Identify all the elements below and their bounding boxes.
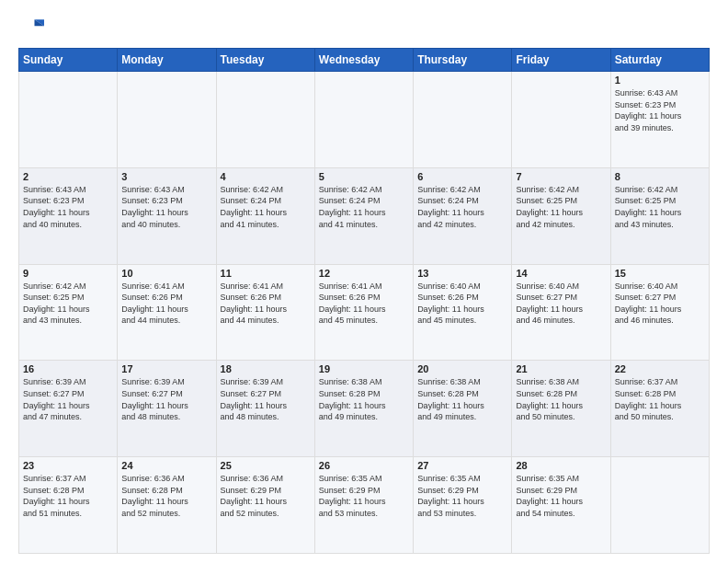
- day-info: Sunrise: 6:38 AM Sunset: 6:28 PM Dayligh…: [417, 376, 507, 422]
- calendar-week-row: 1Sunrise: 6:43 AM Sunset: 6:23 PM Daylig…: [19, 72, 710, 168]
- calendar-week-row: 23Sunrise: 6:37 AM Sunset: 6:28 PM Dayli…: [19, 457, 710, 554]
- day-number: 7: [516, 171, 606, 182]
- calendar-week-row: 2Sunrise: 6:43 AM Sunset: 6:23 PM Daylig…: [19, 167, 710, 264]
- day-number: 3: [121, 171, 211, 182]
- calendar-cell: [118, 72, 216, 168]
- day-number: 16: [23, 363, 113, 374]
- day-info: Sunrise: 6:43 AM Sunset: 6:23 PM Dayligh…: [23, 184, 113, 230]
- day-number: 23: [23, 460, 113, 471]
- calendar-cell: 15Sunrise: 6:40 AM Sunset: 6:27 PM Dayli…: [610, 264, 709, 361]
- calendar-cell: 8Sunrise: 6:42 AM Sunset: 6:25 PM Daylig…: [610, 167, 709, 264]
- calendar-cell: 22Sunrise: 6:37 AM Sunset: 6:28 PM Dayli…: [610, 361, 709, 457]
- calendar-cell: [414, 72, 512, 168]
- calendar-cell: 21Sunrise: 6:38 AM Sunset: 6:28 PM Dayli…: [512, 361, 610, 457]
- day-info: Sunrise: 6:39 AM Sunset: 6:27 PM Dayligh…: [121, 376, 211, 422]
- calendar-cell: 26Sunrise: 6:35 AM Sunset: 6:29 PM Dayli…: [314, 457, 413, 554]
- calendar-table: SundayMondayTuesdayWednesdayThursdayFrid…: [18, 48, 710, 554]
- calendar-body: 1Sunrise: 6:43 AM Sunset: 6:23 PM Daylig…: [19, 72, 710, 554]
- day-number: 17: [121, 363, 211, 374]
- day-number: 25: [221, 460, 311, 471]
- day-number: 19: [319, 363, 409, 374]
- calendar-cell: 1Sunrise: 6:43 AM Sunset: 6:23 PM Daylig…: [610, 72, 709, 168]
- day-number: 28: [516, 460, 606, 471]
- weekday-row: SundayMondayTuesdayWednesdayThursdayFrid…: [19, 49, 710, 72]
- calendar-cell: 12Sunrise: 6:41 AM Sunset: 6:26 PM Dayli…: [314, 264, 413, 361]
- day-info: Sunrise: 6:42 AM Sunset: 6:25 PM Dayligh…: [516, 184, 606, 230]
- day-number: 5: [319, 171, 409, 182]
- calendar-cell: 19Sunrise: 6:38 AM Sunset: 6:28 PM Dayli…: [314, 361, 413, 457]
- day-number: 11: [221, 268, 311, 279]
- calendar-cell: 7Sunrise: 6:42 AM Sunset: 6:25 PM Daylig…: [512, 167, 610, 264]
- page: SundayMondayTuesdayWednesdayThursdayFrid…: [0, 0, 728, 563]
- weekday-header-tuesday: Tuesday: [216, 49, 314, 72]
- day-info: Sunrise: 6:37 AM Sunset: 6:28 PM Dayligh…: [615, 376, 705, 422]
- day-info: Sunrise: 6:41 AM Sunset: 6:26 PM Dayligh…: [221, 281, 311, 327]
- weekday-header-sunday: Sunday: [19, 49, 118, 72]
- logo: [18, 15, 48, 40]
- day-number: 22: [615, 363, 705, 374]
- day-info: Sunrise: 6:38 AM Sunset: 6:28 PM Dayligh…: [319, 376, 409, 422]
- weekday-header-wednesday: Wednesday: [314, 49, 413, 72]
- day-number: 2: [23, 171, 113, 182]
- day-number: 4: [221, 171, 311, 182]
- day-info: Sunrise: 6:41 AM Sunset: 6:26 PM Dayligh…: [121, 281, 211, 327]
- day-number: 10: [121, 268, 211, 279]
- calendar-cell: 25Sunrise: 6:36 AM Sunset: 6:29 PM Dayli…: [216, 457, 314, 554]
- weekday-header-saturday: Saturday: [610, 49, 709, 72]
- calendar-cell: 6Sunrise: 6:42 AM Sunset: 6:24 PM Daylig…: [414, 167, 512, 264]
- calendar-cell: 28Sunrise: 6:35 AM Sunset: 6:29 PM Dayli…: [512, 457, 610, 554]
- calendar-cell: 9Sunrise: 6:42 AM Sunset: 6:25 PM Daylig…: [19, 264, 118, 361]
- calendar-header: SundayMondayTuesdayWednesdayThursdayFrid…: [19, 49, 710, 72]
- day-info: Sunrise: 6:35 AM Sunset: 6:29 PM Dayligh…: [417, 473, 507, 519]
- calendar-cell: [19, 72, 118, 168]
- weekday-header-monday: Monday: [118, 49, 216, 72]
- calendar-week-row: 16Sunrise: 6:39 AM Sunset: 6:27 PM Dayli…: [19, 361, 710, 457]
- day-number: 26: [319, 460, 409, 471]
- day-number: 13: [417, 268, 507, 279]
- day-number: 20: [417, 363, 507, 374]
- day-info: Sunrise: 6:35 AM Sunset: 6:29 PM Dayligh…: [516, 473, 606, 519]
- day-info: Sunrise: 6:40 AM Sunset: 6:27 PM Dayligh…: [516, 281, 606, 327]
- calendar-cell: 16Sunrise: 6:39 AM Sunset: 6:27 PM Dayli…: [19, 361, 118, 457]
- day-number: 6: [417, 171, 507, 182]
- day-info: Sunrise: 6:41 AM Sunset: 6:26 PM Dayligh…: [319, 281, 409, 327]
- day-info: Sunrise: 6:39 AM Sunset: 6:27 PM Dayligh…: [221, 376, 311, 422]
- calendar-cell: 27Sunrise: 6:35 AM Sunset: 6:29 PM Dayli…: [414, 457, 512, 554]
- calendar-cell: 18Sunrise: 6:39 AM Sunset: 6:27 PM Dayli…: [216, 361, 314, 457]
- day-info: Sunrise: 6:40 AM Sunset: 6:27 PM Dayligh…: [615, 281, 705, 327]
- day-number: 9: [23, 268, 113, 279]
- day-number: 8: [615, 171, 705, 182]
- day-info: Sunrise: 6:35 AM Sunset: 6:29 PM Dayligh…: [319, 473, 409, 519]
- calendar-cell: 3Sunrise: 6:43 AM Sunset: 6:23 PM Daylig…: [118, 167, 216, 264]
- day-number: 14: [516, 268, 606, 279]
- calendar-cell: 11Sunrise: 6:41 AM Sunset: 6:26 PM Dayli…: [216, 264, 314, 361]
- day-number: 12: [319, 268, 409, 279]
- calendar-cell: 20Sunrise: 6:38 AM Sunset: 6:28 PM Dayli…: [414, 361, 512, 457]
- calendar-cell: [512, 72, 610, 168]
- calendar-cell: 5Sunrise: 6:42 AM Sunset: 6:24 PM Daylig…: [314, 167, 413, 264]
- calendar-cell: 24Sunrise: 6:36 AM Sunset: 6:28 PM Dayli…: [118, 457, 216, 554]
- logo-icon: [18, 15, 44, 40]
- day-info: Sunrise: 6:37 AM Sunset: 6:28 PM Dayligh…: [23, 473, 113, 519]
- day-info: Sunrise: 6:42 AM Sunset: 6:25 PM Dayligh…: [23, 281, 113, 327]
- weekday-header-friday: Friday: [512, 49, 610, 72]
- header: [18, 15, 710, 40]
- calendar-week-row: 9Sunrise: 6:42 AM Sunset: 6:25 PM Daylig…: [19, 264, 710, 361]
- calendar-cell: [216, 72, 314, 168]
- day-info: Sunrise: 6:40 AM Sunset: 6:26 PM Dayligh…: [417, 281, 507, 327]
- day-number: 1: [615, 75, 705, 86]
- weekday-header-thursday: Thursday: [414, 49, 512, 72]
- calendar-cell: 14Sunrise: 6:40 AM Sunset: 6:27 PM Dayli…: [512, 264, 610, 361]
- day-number: 21: [516, 363, 606, 374]
- day-info: Sunrise: 6:39 AM Sunset: 6:27 PM Dayligh…: [23, 376, 113, 422]
- day-info: Sunrise: 6:38 AM Sunset: 6:28 PM Dayligh…: [516, 376, 606, 422]
- calendar-cell: [314, 72, 413, 168]
- calendar-cell: 10Sunrise: 6:41 AM Sunset: 6:26 PM Dayli…: [118, 264, 216, 361]
- day-info: Sunrise: 6:43 AM Sunset: 6:23 PM Dayligh…: [121, 184, 211, 230]
- day-info: Sunrise: 6:42 AM Sunset: 6:25 PM Dayligh…: [615, 184, 705, 230]
- calendar-cell: 2Sunrise: 6:43 AM Sunset: 6:23 PM Daylig…: [19, 167, 118, 264]
- day-number: 18: [221, 363, 311, 374]
- day-number: 15: [615, 268, 705, 279]
- day-info: Sunrise: 6:42 AM Sunset: 6:24 PM Dayligh…: [319, 184, 409, 230]
- day-info: Sunrise: 6:36 AM Sunset: 6:29 PM Dayligh…: [221, 473, 311, 519]
